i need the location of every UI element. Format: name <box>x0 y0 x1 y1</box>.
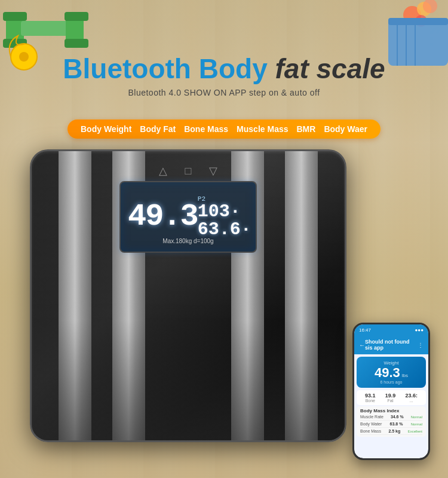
phone-weight-unit: lbs <box>402 373 408 378</box>
phone-bmi-section: Body Mass Index Muscle Rate 34.6 % Norma… <box>357 406 426 437</box>
phone-metric-value-2: 23.6: <box>405 393 418 399</box>
scale-body: △ □ ▽ 49.3 P2 103· 63.6· Max.180kg d=100… <box>30 149 346 442</box>
scale-sheen <box>32 151 345 324</box>
phone-bmi-row-0: Muscle Rate 34.6 % Normal <box>360 413 422 421</box>
svg-rect-3 <box>21 21 69 36</box>
phone-bmi-row-1: Body Water 63.8 % Normal <box>360 421 422 428</box>
phone-metric-label-2: ... <box>405 399 418 403</box>
phone-mockup: 16:47 ●●● ← Should not found sis app ⋮ W… <box>352 323 430 460</box>
svg-rect-14 <box>388 18 448 25</box>
phone-bmi-name-0: Muscle Rate <box>360 415 383 419</box>
svg-rect-1 <box>3 12 27 21</box>
phone-metric-value-1: 19.9 <box>385 393 396 399</box>
feature-muscle-mass[interactable]: Muscle Mass <box>237 124 288 134</box>
subtitle-text: Bluetooth 4.0 SHOW ON APP step on & auto… <box>0 88 448 97</box>
title-fat: fat scale <box>275 53 385 84</box>
feature-bmr[interactable]: BMR <box>296 124 315 134</box>
phone-menu-icon[interactable]: ⋮ <box>418 342 424 348</box>
feature-body-fat[interactable]: Body Fat <box>140 124 176 134</box>
phone-metric-0: 93.1 Bone <box>365 393 376 403</box>
phone-metric-label-0: Bone <box>365 399 376 403</box>
phone-date: 6 hours ago <box>361 380 421 384</box>
phone-app-header: ← Should not found sis app ⋮ <box>354 335 428 354</box>
phone-bmi-val-2: 2.5 kg <box>388 429 400 433</box>
feature-body-waer[interactable]: Body Waer <box>324 124 367 134</box>
page-header: Bluetooth Body fat scale Bluetooth 4.0 S… <box>0 54 448 97</box>
features-bar: Body Weight Body Fat Bone Mass Muscle Ma… <box>67 120 381 139</box>
scale-reflection <box>32 321 345 440</box>
phone-app-title: Should not found sis app <box>365 339 418 351</box>
phone-weight-value: 49.3 <box>375 366 400 380</box>
phone-bmi-status-2: Excellent <box>408 430 422 433</box>
phone-bmi-name-1: Body Water <box>360 422 382 426</box>
phone-time: 16:47 <box>359 327 371 333</box>
phone-bmi-row-2: Bone Mass 2.5 kg Excellent <box>360 428 422 435</box>
phone-body: 16:47 ●●● ← Should not found sis app ⋮ W… <box>352 323 430 460</box>
phone-signal: ●●● <box>415 327 424 333</box>
phone-bmi-status-1: Normal <box>411 422 422 426</box>
phone-bmi-val-1: 63.8 % <box>390 422 403 426</box>
phone-metric-1: 19.9 Fat <box>385 393 396 403</box>
title-bluetooth: Bluetooth Body <box>63 53 267 84</box>
svg-rect-5 <box>65 12 88 21</box>
phone-metric-value-0: 93.1 <box>365 393 376 399</box>
phone-back-icon[interactable]: ← <box>359 342 365 348</box>
phone-bmi-title: Body Mass Index <box>360 408 422 413</box>
phone-metrics-row: 93.1 Bone 19.9 Fat 23.6: ... <box>357 390 426 405</box>
phone-status-bar: 16:47 ●●● <box>354 324 428 335</box>
phone-screen: 16:47 ●●● ← Should not found sis app ⋮ W… <box>354 324 428 458</box>
scale-product: △ □ ▽ 49.3 P2 103· 63.6· Max.180kg d=100… <box>30 149 364 442</box>
phone-bmi-val-0: 34.6 % <box>391 415 404 419</box>
svg-rect-6 <box>65 39 88 48</box>
main-title: Bluetooth Body fat scale <box>0 54 448 84</box>
feature-body-weight[interactable]: Body Weight <box>81 124 131 134</box>
phone-metric-2: 23.6: ... <box>405 393 418 403</box>
feature-bone-mass[interactable]: Bone Mass <box>184 124 228 134</box>
phone-weight-card: Weight 49.3 lbs 6 hours ago <box>357 357 426 388</box>
phone-bmi-status-0: Normal <box>411 415 422 419</box>
phone-metric-label-1: Fat <box>385 399 396 403</box>
phone-bmi-name-2: Bone Mass <box>360 429 381 433</box>
